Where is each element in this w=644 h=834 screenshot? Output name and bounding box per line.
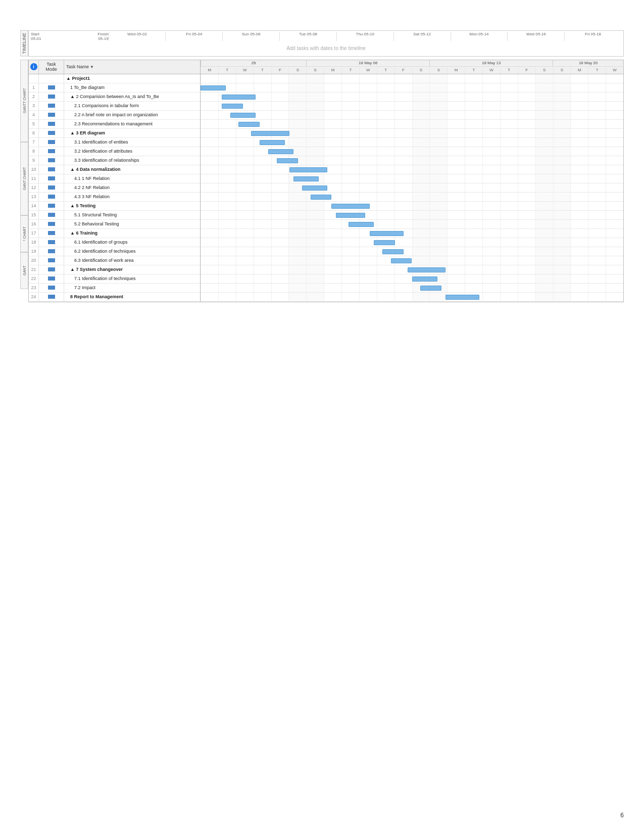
task-row[interactable]: 2▲ 2 Comparision between As_Is and To_Be <box>29 92 200 102</box>
task-row[interactable]: 165.2 Behavioral Testing <box>29 220 200 229</box>
task-row[interactable]: 237.2 Impact <box>29 284 200 293</box>
task-row-num: 23 <box>29 284 39 292</box>
day-label: W <box>482 67 500 74</box>
gantt-bar[interactable] <box>222 95 256 100</box>
task-name-cell: 2.2 A brief note on impact on organizati… <box>64 112 200 117</box>
gantt-bar[interactable] <box>293 176 319 181</box>
task-mode-cell <box>39 293 64 301</box>
day-label: T <box>254 67 271 74</box>
task-name-cell: 2.1 Comparisons in tabular form <box>64 103 200 108</box>
gantt-outer: GANTT CHARTGANT CHART* CHARTGANT i Task … <box>20 60 624 302</box>
task-row[interactable]: 134.3 3 NF Relation <box>29 193 200 202</box>
gantt-bars-area <box>201 74 623 302</box>
gantt-bar[interactable] <box>420 286 441 291</box>
task-row[interactable]: 73.1 Identification of entities <box>29 138 200 147</box>
week-label: 18 May 20 <box>553 60 623 67</box>
task-mode-cell <box>39 265 64 274</box>
task-row-num: 5 <box>29 120 39 128</box>
gantt-main: i Task Mode Task Name ▼ 2918 May 0618 Ma… <box>28 60 624 302</box>
timeline-label: TIMELINE <box>20 30 28 57</box>
task-row[interactable]: 21▲ 7 System changeover <box>29 265 200 274</box>
gantt-bar[interactable] <box>412 276 437 282</box>
gantt-bar[interactable] <box>222 104 243 109</box>
side-label: GANT <box>20 252 28 289</box>
task-row[interactable]: ▲ Project1 <box>29 74 200 83</box>
task-row-num: 21 <box>29 265 39 274</box>
gantt-bar[interactable] <box>260 140 285 145</box>
task-row-num: 3 <box>29 102 39 110</box>
task-row[interactable]: 93.3 Identification of relationships <box>29 156 200 165</box>
th-task-name[interactable]: Task Name ▼ <box>64 60 200 74</box>
task-name-dropdown[interactable]: ▼ <box>90 65 94 69</box>
gantt-chart-row <box>201 147 623 156</box>
gantt-bar[interactable] <box>201 85 226 90</box>
gantt-bar[interactable] <box>277 158 298 163</box>
gantt-bar[interactable] <box>289 167 327 172</box>
gantt-bar[interactable] <box>374 240 395 245</box>
gantt-bar[interactable] <box>336 213 366 218</box>
day-label: F <box>394 67 412 74</box>
gantt-chart-row <box>201 74 623 83</box>
task-row[interactable]: 32.1 Comparisons in tabular form <box>29 102 200 111</box>
gantt-chart-row <box>201 193 623 202</box>
task-row[interactable]: 155.1 Structural Testing <box>29 211 200 220</box>
task-row[interactable]: 83.2 Identification of attributes <box>29 147 200 156</box>
week-label: 18 May 13 <box>430 60 553 67</box>
task-name-cell: ▲ 4 Data normalization <box>64 167 200 172</box>
task-row-num: 16 <box>29 220 39 228</box>
gantt-bar[interactable] <box>238 122 260 127</box>
task-row[interactable]: 248 Report to Management <box>29 293 200 302</box>
gantt-bar[interactable] <box>230 113 256 118</box>
gantt-bar[interactable] <box>349 222 374 227</box>
task-mode-cell <box>39 202 64 210</box>
gantt-bar[interactable] <box>268 149 293 154</box>
task-name-cell: ▲ 7 System changeover <box>64 267 200 272</box>
gantt-bar[interactable] <box>370 231 404 236</box>
task-row[interactable]: 10▲ 4 Data normalization <box>29 165 200 174</box>
task-row[interactable]: 114.1 1 NF Relation <box>29 174 200 183</box>
gantt-bar[interactable] <box>311 195 332 200</box>
task-mode-cell <box>39 74 64 83</box>
task-row-num: 1 <box>29 83 39 92</box>
task-name-cell: ▲ 6 Training <box>64 230 200 236</box>
page-number: 6 <box>620 812 624 819</box>
task-row[interactable]: 17▲ 6 Training <box>29 229 200 238</box>
task-row[interactable]: 124.2 2 NF Relation <box>29 183 200 193</box>
task-row[interactable]: 6▲ 3 ER diagram <box>29 129 200 138</box>
gantt-chart-row <box>201 256 623 265</box>
th-task-mode[interactable]: Task Mode <box>39 60 64 74</box>
task-row-num: 6 <box>29 129 39 137</box>
gantt-bar[interactable] <box>251 131 289 136</box>
task-row[interactable]: 42.2 A brief note on impact on organizat… <box>29 111 200 120</box>
task-row[interactable]: 14▲ 5 Testing <box>29 202 200 211</box>
week-label: 18 May 06 <box>307 60 429 67</box>
gantt-bar[interactable] <box>408 267 445 272</box>
day-label: M <box>447 67 465 74</box>
task-name-cell: 6.2 Identification of techniques <box>64 249 200 254</box>
gantt-body: ▲ Project111 To_Be diagram2▲ 2 Comparisi… <box>29 74 623 302</box>
task-row-num: 13 <box>29 193 39 201</box>
task-mode-cell <box>39 129 64 137</box>
task-row[interactable]: 196.2 Identification of techniques <box>29 247 200 256</box>
gantt-bar[interactable] <box>302 186 327 191</box>
task-mode-cell <box>39 238 64 247</box>
gantt-bar[interactable] <box>391 258 412 263</box>
task-row[interactable]: 227.1 Identification of techniques <box>29 274 200 284</box>
task-name-cell: 3.1 Identification of entities <box>64 140 200 145</box>
gantt-chart-row <box>201 211 623 220</box>
task-name-cell: ▲ 3 ER diagram <box>64 130 200 135</box>
gantt-bar[interactable] <box>382 249 404 254</box>
task-row[interactable]: 52.3 Recommendations to management <box>29 120 200 129</box>
gantt-bar[interactable] <box>445 295 479 300</box>
task-row[interactable]: 186.1 Identification of groups <box>29 238 200 247</box>
task-mode-cell <box>39 284 64 292</box>
task-row[interactable]: 11 To_Be diagram <box>29 83 200 92</box>
task-row-num: 19 <box>29 247 39 256</box>
task-mode-cell <box>39 92 64 101</box>
gantt-bar[interactable] <box>331 204 369 209</box>
day-label: S <box>535 67 553 74</box>
day-label: F <box>271 67 289 74</box>
task-row[interactable]: 206.3 Identification of work area <box>29 256 200 265</box>
task-mode-cell <box>39 174 64 183</box>
task-row-num: 18 <box>29 238 39 247</box>
